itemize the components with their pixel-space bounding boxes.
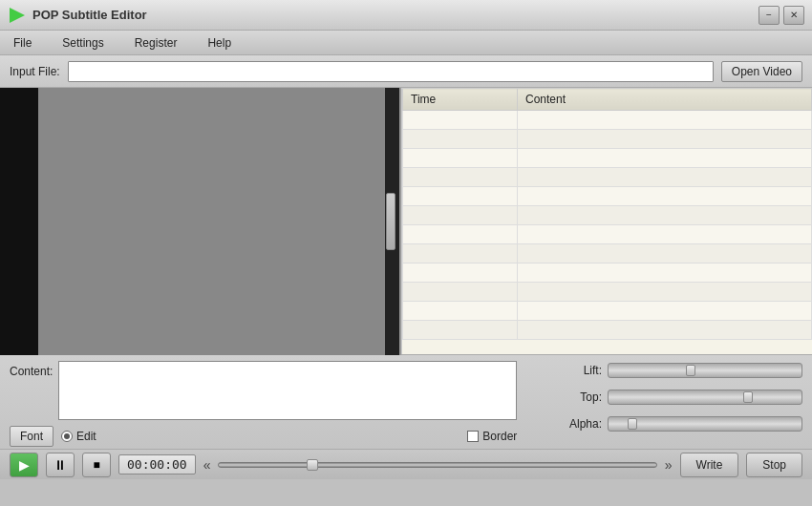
edit-label: Edit [76, 430, 96, 443]
content-textarea[interactable] [58, 361, 517, 420]
table-row[interactable] [403, 321, 812, 340]
input-file-field[interactable] [68, 61, 714, 82]
app-logo-icon [8, 6, 27, 25]
border-checkbox[interactable] [467, 431, 479, 442]
seek-back-button[interactable]: « [203, 457, 211, 473]
open-video-button[interactable]: Open Video [721, 61, 802, 82]
col-content: Content [518, 89, 812, 111]
window-controls: − ✕ [759, 6, 804, 25]
content-and-text: Content: [10, 361, 517, 420]
table-row[interactable] [403, 149, 812, 168]
transport-bar: ▶ ⏸ ■ 00:00:00 « » Write Stop [0, 449, 812, 479]
seek-thumb[interactable] [307, 459, 318, 471]
menu-register[interactable]: Register [129, 34, 183, 52]
border-label: Border [482, 430, 517, 443]
write-button[interactable]: Write [680, 453, 739, 477]
lift-slider[interactable] [608, 363, 802, 378]
font-button[interactable]: Font [10, 426, 53, 447]
lift-slider-row: Lift: [564, 363, 802, 378]
edit-radio[interactable] [61, 431, 73, 442]
bottom-area: Content: Font Edit Border [0, 355, 812, 479]
top-label: Top: [564, 390, 602, 404]
title-left: POP Subtitle Editor [8, 6, 147, 25]
top-slider-row: Top: [564, 390, 802, 405]
table-row[interactable] [403, 225, 812, 244]
lift-label: Lift: [564, 364, 602, 377]
video-black-left [0, 88, 38, 355]
content-label: Content: [10, 365, 53, 378]
close-button[interactable]: ✕ [783, 6, 804, 25]
stop-btn[interactable]: Stop [746, 453, 802, 477]
pause-button[interactable]: ⏸ [46, 453, 75, 477]
input-file-label: Input File: [10, 65, 60, 78]
title-bar: POP Subtitle Editor − ✕ [0, 0, 812, 31]
alpha-thumb[interactable] [628, 418, 637, 430]
table-row[interactable] [403, 206, 812, 225]
input-file-row: Input File: Open Video [0, 55, 812, 88]
bottom-top: Content: Font Edit Border [0, 355, 812, 449]
menu-settings[interactable]: Settings [56, 34, 109, 52]
main-content-area: Time Content [0, 88, 812, 355]
top-slider[interactable] [608, 390, 802, 405]
app-title: POP Subtitle Editor [32, 8, 147, 22]
alpha-slider-row: Alpha: [564, 416, 802, 432]
stop-button[interactable]: ■ [82, 453, 111, 477]
minimize-button[interactable]: − [759, 6, 780, 25]
menu-bar: File Settings Register Help [0, 31, 812, 55]
table-row[interactable] [403, 264, 812, 283]
seek-forward-button[interactable]: » [665, 457, 673, 473]
table-row[interactable] [403, 283, 812, 302]
left-section: Content: Font Edit Border [10, 361, 517, 447]
table-row[interactable] [403, 168, 812, 187]
menu-file[interactable]: File [8, 34, 37, 52]
top-thumb[interactable] [743, 391, 753, 403]
play-button[interactable]: ▶ [10, 453, 38, 477]
edit-row: Edit [61, 430, 96, 443]
alpha-slider[interactable] [608, 416, 802, 432]
svg-marker-0 [10, 8, 25, 23]
radio-inner [64, 433, 70, 439]
seek-bar[interactable] [218, 462, 656, 468]
video-scrollbar[interactable] [386, 193, 395, 250]
table-row[interactable] [403, 244, 812, 264]
table-row[interactable] [403, 111, 812, 130]
table-row[interactable] [403, 130, 812, 149]
table-row[interactable] [403, 187, 812, 206]
sliders-panel: Lift: Top: Alpha: [564, 361, 802, 447]
lift-thumb[interactable] [686, 365, 695, 376]
video-preview [0, 88, 401, 355]
table-row[interactable] [403, 302, 812, 321]
time-display: 00:00:00 [118, 454, 196, 474]
subtitle-table: Time Content [402, 88, 812, 340]
menu-help[interactable]: Help [202, 34, 237, 52]
alpha-label: Alpha: [564, 417, 602, 431]
col-time: Time [403, 89, 518, 111]
subtitle-table-area: Time Content [401, 88, 812, 354]
